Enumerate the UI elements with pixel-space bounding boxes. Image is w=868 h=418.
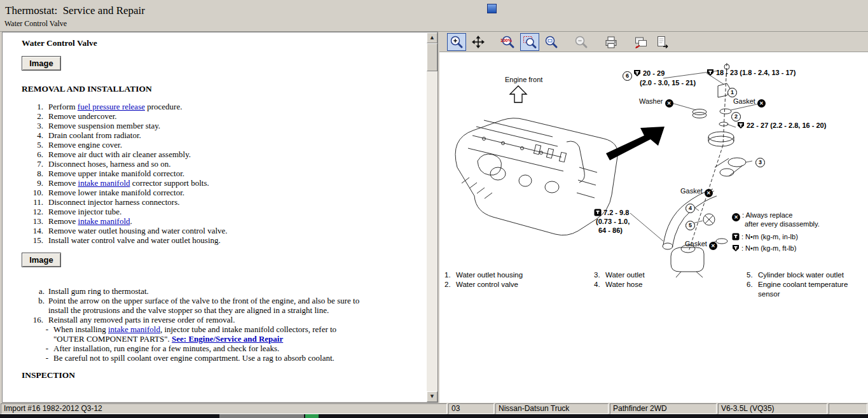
status-cell-make: Nissan-Datsun Truck — [495, 403, 609, 414]
export-image-icon — [655, 34, 670, 50]
text-segment: corrector support bolts. — [130, 178, 209, 188]
header-blue-icon[interactable] — [487, 4, 497, 13]
torque-label-20-29-line2: (2.0 - 3.0, 15 - 21) — [640, 79, 696, 87]
part-name: Water control valve — [456, 280, 591, 289]
list-item: -Be careful not to spill coolant over en… — [42, 353, 423, 363]
hyperlink[interactable]: intake manifold — [78, 216, 130, 226]
list-item-text: Drain coolant from radiator. — [48, 130, 141, 140]
scroll-up-icon[interactable]: ▲ — [427, 32, 437, 43]
list-item-text: Install gum ring to thermostat. — [48, 286, 149, 296]
status-cell-import: Import #16 1982-2012 Q3-12 — [1, 403, 447, 414]
taskbar-segment — [305, 414, 319, 418]
list-item-text: Disconnect hoses, harness and so on. — [48, 159, 170, 169]
list-item-text: Install water control valve and water ou… — [48, 235, 221, 245]
list-item-number: 8. — [20, 169, 48, 178]
dash-notes-list: -When installing intake manifold, inject… — [42, 324, 423, 363]
pan-icon — [471, 34, 486, 50]
list-item: a.Install gum ring to thermostat. — [34, 286, 423, 296]
list-item-text: Remove upper intake manifold corrector. — [48, 169, 184, 178]
washer-text: Washer — [639, 97, 663, 105]
zoom-in-button[interactable] — [447, 33, 466, 51]
text-segment: Remove undercover. — [48, 111, 117, 121]
list-item-number: 2. — [20, 111, 48, 121]
status-cell-code: 03 — [448, 403, 494, 414]
part-item: 6.Engine coolant temperature sensor — [747, 280, 858, 299]
list-item: 13.Remove intake manifold. — [20, 216, 423, 226]
zoom-100-button[interactable]: 100% — [499, 33, 518, 51]
legend-text: : N•m (kg-m, ft-lb) — [741, 244, 796, 252]
list-item-text: Remove air duct with air cleaner assembl… — [48, 150, 191, 159]
zoom-out-button[interactable] — [572, 33, 591, 51]
image-button[interactable]: Image — [22, 253, 61, 267]
text-segment: After installation, run engine for a few… — [53, 344, 279, 353]
list-item-text: Remove suspension member stay. — [48, 121, 160, 130]
hyperlink[interactable]: See: Engine/Service and Repair — [172, 334, 283, 344]
list-item-number: 10. — [20, 188, 48, 197]
list-item-number: - — [42, 344, 53, 353]
image-button[interactable]: Image — [22, 56, 61, 71]
status-cell-empty — [829, 403, 867, 414]
text-segment: Reinstall any removed parts in reverse o… — [48, 315, 235, 324]
text-segment: Install gum ring to thermostat. — [48, 286, 149, 296]
taskbar-segment — [219, 414, 304, 418]
text-segment: Disconnect hoses, harness and so on. — [48, 159, 170, 169]
zoom-dynamic-icon — [544, 34, 559, 50]
status-bar: Import #16 1982-2012 Q3-12 03 Nissan-Dat… — [0, 403, 868, 414]
list-item: 14.Remove water outlet housing and water… — [20, 226, 423, 235]
scroll-thumb[interactable] — [427, 43, 437, 71]
list-item: 6.Remove air duct with air cleaner assem… — [20, 150, 423, 159]
callout-1: 1 — [727, 88, 737, 97]
engine-front-label: Engine front — [505, 76, 542, 83]
part-name: Cylinder block water outlet — [758, 270, 858, 280]
list-item-text: Remove engine cover. — [48, 140, 122, 150]
list-item: 7.Disconnect hoses, harness and so on. — [20, 159, 423, 169]
pan-button[interactable] — [469, 33, 488, 51]
torque-ftlb-icon — [706, 69, 714, 76]
torque-label-72-98-line3: 64 - 86) — [598, 226, 623, 234]
part-item: 3.Water outlet — [594, 270, 740, 280]
list-item-number: 15. — [20, 235, 48, 245]
zoom-window-button[interactable] — [520, 33, 539, 51]
replace-icon: ✕ — [709, 242, 717, 250]
hyperlink[interactable]: intake manifold — [108, 324, 160, 334]
copy-image-button[interactable] — [631, 33, 651, 51]
scroll-down-icon[interactable]: ▼ — [427, 391, 437, 402]
list-item: -When installing intake manifold, inject… — [42, 324, 423, 344]
list-item-text: Disconnect injector harness connectors. — [48, 197, 179, 207]
replace-icon: ✕ — [705, 189, 713, 197]
text-segment: Remove upper intake manifold corrector. — [48, 169, 184, 178]
list-item-text: Remove intake manifold. — [48, 216, 132, 226]
export-image-button[interactable] — [653, 33, 672, 51]
list-item-text: Be careful not to spill coolant over eng… — [53, 353, 334, 363]
replace-icon: ✕ — [732, 213, 740, 221]
list-item-text: Remove injector tube. — [48, 207, 121, 216]
zoom-dynamic-button[interactable] — [542, 33, 561, 51]
status-cell-engine: V6-3.5L (VQ35) — [718, 403, 827, 414]
callout-2: 2 — [731, 112, 741, 122]
vertical-scrollbar[interactable]: ▲ ▼ — [426, 32, 437, 402]
zoom-100-label: 100% — [500, 38, 512, 43]
zoom-in-icon — [449, 34, 464, 50]
gasket-label-2: Gasket✕ — [680, 187, 715, 197]
torque-inlb-icon — [594, 209, 602, 216]
part-name: Engine coolant temperature sensor — [758, 280, 858, 299]
torque-ftlb-icon — [737, 122, 745, 129]
hyperlink[interactable]: fuel pressure release — [78, 102, 145, 111]
list-item: 9.Remove intake manifold corrector suppo… — [20, 178, 423, 188]
zoom-out-disabled-icon — [574, 34, 589, 50]
part-number: 3. — [594, 270, 605, 280]
list-item-number: - — [42, 324, 53, 344]
list-item-text: After installation, run engine for a few… — [53, 344, 279, 353]
diagram-area: Engine front 620 - 29 (2.0 - 3.0, 15 - 2… — [439, 53, 868, 403]
callout-6: 6 — [623, 71, 632, 81]
gasket-text: Gasket — [685, 240, 707, 247]
part-number: 5. — [747, 270, 758, 280]
replace-icon: ✕ — [665, 99, 673, 108]
hyperlink[interactable]: intake manifold — [78, 178, 130, 188]
print-button[interactable] — [602, 33, 621, 51]
list-item-number: 1. — [20, 102, 48, 111]
gasket-text: Gasket — [733, 97, 755, 105]
list-item-number: b. — [34, 296, 48, 315]
inspection-heading: INSPECTION — [22, 370, 423, 380]
torque-label-72-98-line2: (0.73 - 1.0, — [596, 218, 630, 225]
